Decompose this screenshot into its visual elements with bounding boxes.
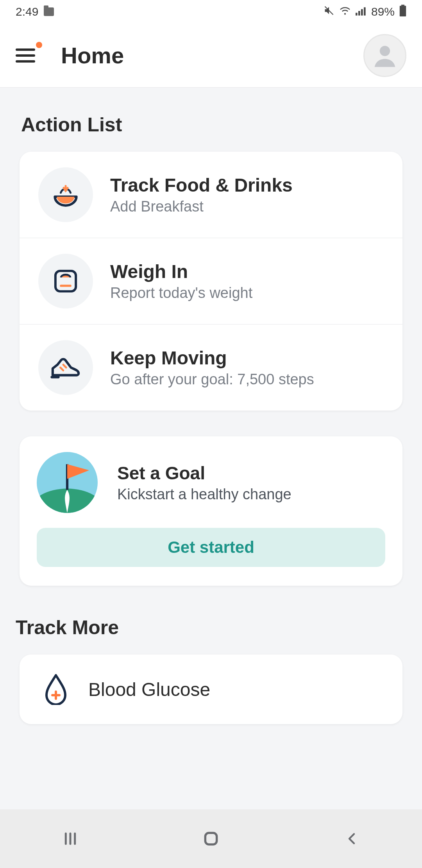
track-blood-glucose[interactable]: Blood Glucose bbox=[20, 655, 402, 724]
goal-text: Set a Goal Kickstart a healthy change bbox=[117, 463, 291, 503]
signal-icon bbox=[356, 5, 367, 18]
svg-rect-5 bbox=[401, 5, 404, 6]
notification-dot-icon bbox=[36, 42, 42, 48]
track-more-item-title: Blood Glucose bbox=[88, 679, 210, 700]
battery-text: 89% bbox=[371, 5, 395, 18]
home-button[interactable] bbox=[195, 823, 227, 854]
action-weigh-in[interactable]: Weigh In Report today's weight bbox=[20, 238, 402, 324]
status-right: 89% bbox=[324, 5, 406, 19]
android-nav-bar bbox=[0, 809, 422, 868]
folder-icon bbox=[44, 7, 54, 16]
svg-point-8 bbox=[380, 46, 390, 56]
svg-rect-4 bbox=[364, 7, 366, 16]
page-title: Home bbox=[61, 42, 124, 68]
action-subtitle: Report today's weight bbox=[110, 285, 252, 301]
action-list-card: Track Food & Drinks Add Breakfast Weigh … bbox=[20, 152, 402, 411]
action-keep-moving[interactable]: Keep Moving Go after your goal: 7,500 st… bbox=[20, 324, 402, 411]
action-track-food[interactable]: Track Food & Drinks Add Breakfast bbox=[20, 152, 402, 238]
svg-line-13 bbox=[60, 368, 63, 370]
get-started-button[interactable]: Get started bbox=[37, 528, 385, 567]
menu-button[interactable] bbox=[16, 46, 38, 65]
action-subtitle: Add Breakfast bbox=[110, 198, 293, 215]
svg-rect-3 bbox=[361, 9, 363, 15]
status-time: 2:49 bbox=[16, 5, 38, 18]
goal-subtitle: Kickstart a healthy change bbox=[117, 486, 291, 503]
mute-icon bbox=[324, 5, 334, 19]
svg-rect-2 bbox=[358, 11, 360, 16]
blood-drop-icon bbox=[42, 672, 70, 707]
track-more-card: Blood Glucose bbox=[20, 655, 402, 724]
svg-rect-1 bbox=[356, 13, 358, 16]
battery-icon bbox=[399, 5, 406, 19]
action-subtitle: Go after your goal: 7,500 steps bbox=[110, 371, 314, 388]
section-title-action-list: Action List bbox=[0, 88, 422, 152]
recent-apps-button[interactable] bbox=[55, 823, 86, 854]
svg-rect-7 bbox=[401, 7, 405, 15]
action-weigh-in-text: Weigh In Report today's weight bbox=[110, 261, 252, 301]
action-title: Track Food & Drinks bbox=[110, 174, 293, 196]
status-left: 2:49 bbox=[16, 5, 54, 18]
wifi-icon bbox=[339, 5, 351, 18]
svg-line-12 bbox=[63, 365, 66, 368]
shoe-icon bbox=[38, 340, 93, 395]
goal-header: Set a Goal Kickstart a healthy change bbox=[37, 452, 385, 513]
avatar-icon bbox=[371, 42, 399, 69]
back-button[interactable] bbox=[336, 823, 367, 854]
profile-avatar[interactable] bbox=[363, 34, 406, 77]
status-bar: 2:49 89% bbox=[0, 0, 422, 23]
action-title: Keep Moving bbox=[110, 347, 314, 369]
goal-title: Set a Goal bbox=[117, 463, 291, 484]
action-title: Weigh In bbox=[110, 261, 252, 282]
app-header: Home bbox=[0, 23, 422, 88]
svg-rect-22 bbox=[205, 833, 216, 844]
scale-icon bbox=[38, 254, 93, 308]
hamburger-icon bbox=[16, 48, 35, 63]
flag-hill-icon bbox=[37, 452, 98, 513]
set-goal-card: Set a Goal Kickstart a healthy change Ge… bbox=[20, 436, 402, 586]
bowl-icon bbox=[38, 167, 93, 222]
action-track-food-text: Track Food & Drinks Add Breakfast bbox=[110, 174, 293, 215]
action-keep-moving-text: Keep Moving Go after your goal: 7,500 st… bbox=[110, 347, 314, 388]
section-title-track-more: Track More bbox=[0, 586, 422, 655]
